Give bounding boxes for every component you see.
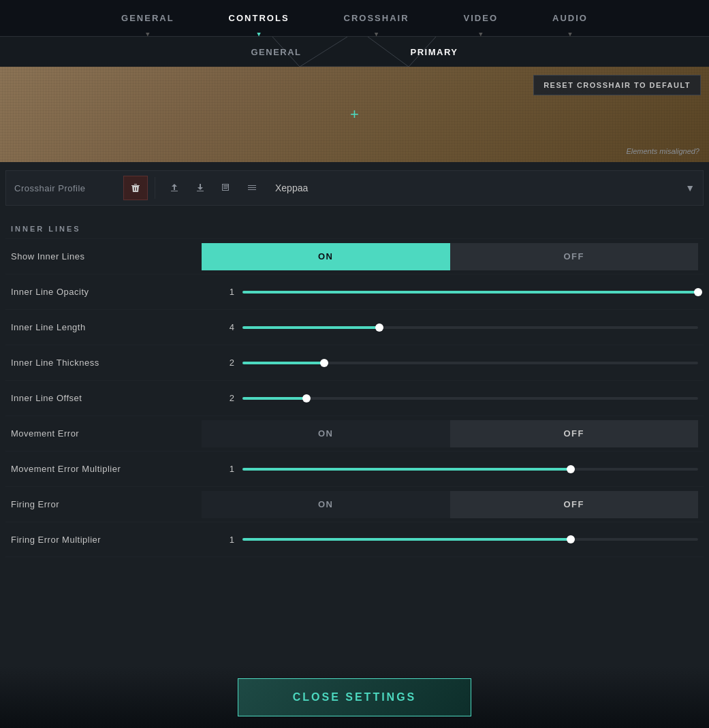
toggle-off-movement-error[interactable]: Off [450, 420, 699, 447]
value-inner-line-opacity: 1 [202, 287, 242, 297]
row-show-inner-lines: Show Inner Lines On Off [5, 238, 704, 274]
export-profile-button[interactable] [162, 176, 187, 200]
slider-inner-line-offset[interactable] [242, 397, 698, 400]
value-movement-error-multiplier: 1 [202, 464, 242, 474]
label-inner-line-offset: Inner Line Offset [11, 393, 202, 403]
label-inner-line-thickness: Inner Line Thickness [11, 358, 202, 368]
row-movement-error-multiplier: Movement Error Multiplier 1 [5, 451, 704, 486]
row-inner-line-thickness: Inner Line Thickness 2 [5, 345, 704, 380]
value-inner-line-length: 4 [202, 322, 242, 332]
crosshair-preview [348, 108, 362, 121]
delete-profile-button[interactable] [123, 176, 148, 200]
nav-audio[interactable]: AUDIO [525, 0, 615, 37]
toggle-movement-error: On Off [202, 420, 698, 447]
label-inner-line-length: Inner Line Length [11, 322, 202, 332]
close-settings-button[interactable]: CLOSE SETTINGS [238, 678, 472, 716]
dropdown-arrow-icon: ▼ [685, 183, 695, 193]
list-profiles-button[interactable] [240, 176, 264, 200]
value-inner-line-offset: 2 [202, 393, 242, 403]
close-settings-wrapper: CLOSE SETTINGS [0, 667, 709, 728]
nav-general[interactable]: GENERAL [94, 0, 202, 37]
slider-inner-line-thickness[interactable] [242, 362, 698, 364]
label-show-inner-lines: Show Inner Lines [11, 251, 202, 262]
toggle-on-movement-error[interactable]: On [202, 420, 450, 447]
settings-content: INNER LINES Show Inner Lines On Off Inne… [0, 214, 709, 667]
row-inner-line-length: Inner Line Length 4 [5, 309, 704, 345]
profile-bar: Crosshair Profile [5, 170, 704, 206]
profile-label: Crosshair Profile [14, 183, 123, 193]
preview-area: RESET CROSSHAIR TO DEFAULT Elements misa… [0, 67, 709, 162]
profile-name: Xeppaa [275, 183, 308, 193]
nav-video[interactable]: VIDEO [437, 0, 525, 37]
toggle-firing-error: On Off [202, 491, 698, 518]
row-movement-error: Movement Error On Off [5, 415, 704, 451]
label-inner-line-opacity: Inner Line Opacity [11, 287, 202, 297]
sub-nav: GENERAL PRIMARY [0, 37, 709, 67]
divider [155, 177, 155, 199]
reset-crosshair-button[interactable]: RESET CROSSHAIR TO DEFAULT [533, 75, 701, 95]
slider-inner-line-opacity[interactable] [242, 291, 698, 294]
row-inner-line-opacity: Inner Line Opacity 1 [5, 274, 704, 309]
profile-icons [123, 176, 264, 200]
nav-controls[interactable]: CONTROLS [202, 0, 317, 37]
label-firing-error-multiplier: Firing Error Multiplier [11, 535, 202, 545]
label-movement-error-multiplier: Movement Error Multiplier [11, 464, 202, 474]
value-firing-error-multiplier: 1 [202, 535, 242, 545]
subnav-primary[interactable]: PRIMARY [356, 37, 513, 67]
slider-firing-error-multiplier[interactable] [242, 538, 698, 541]
value-inner-line-thickness: 2 [202, 358, 242, 368]
row-inner-line-offset: Inner Line Offset 2 [5, 380, 704, 415]
label-firing-error: Firing Error [11, 499, 202, 509]
row-firing-error-multiplier: Firing Error Multiplier 1 [5, 522, 704, 557]
profile-select-area[interactable]: Xeppaa ▼ [264, 183, 695, 193]
toggle-off-show-inner-lines[interactable]: Off [450, 243, 699, 270]
slider-movement-error-multiplier[interactable] [242, 468, 698, 471]
slider-inner-line-length[interactable] [242, 326, 698, 329]
top-nav: GENERAL CONTROLS CROSSHAIR VIDEO AUDIO [0, 0, 709, 37]
toggle-off-firing-error[interactable]: Off [450, 491, 699, 518]
toggle-on-firing-error[interactable]: On [202, 491, 450, 518]
toggle-on-show-inner-lines[interactable]: On [202, 243, 450, 270]
inner-lines-section-title: INNER LINES [5, 214, 704, 238]
row-firing-error: Firing Error On Off [5, 486, 704, 522]
misaligned-label: Elements misaligned? [626, 147, 699, 155]
copy-profile-button[interactable] [214, 176, 238, 200]
nav-crosshair[interactable]: CROSSHAIR [317, 0, 437, 37]
toggle-show-inner-lines: On Off [202, 243, 698, 270]
label-movement-error: Movement Error [11, 428, 202, 439]
import-profile-button[interactable] [188, 176, 212, 200]
subnav-general[interactable]: GENERAL [196, 37, 356, 67]
